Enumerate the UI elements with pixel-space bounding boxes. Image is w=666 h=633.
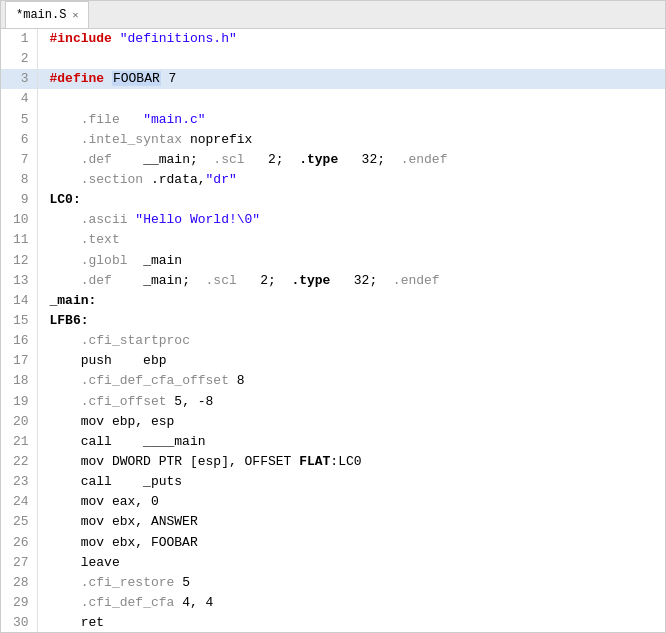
main-tab[interactable]: *main.S ✕ (5, 1, 89, 28)
line-content: _main: (37, 291, 665, 311)
line-number: 14 (1, 291, 37, 311)
table-row: 27 leave (1, 553, 665, 573)
table-row: 16 .cfi_startproc (1, 331, 665, 351)
line-content: ret (37, 613, 665, 632)
line-number: 21 (1, 432, 37, 452)
tab-label: *main.S (16, 8, 66, 22)
table-row: 5 .file "main.c" (1, 110, 665, 130)
line-number: 28 (1, 573, 37, 593)
line-number: 10 (1, 210, 37, 230)
line-content: mov eax, 0 (37, 492, 665, 512)
table-row: 8 .section .rdata,"dr" (1, 170, 665, 190)
line-content: .ascii "Hello World!\0" (37, 210, 665, 230)
line-number: 3 (1, 69, 37, 89)
table-row: 17 push ebp (1, 351, 665, 371)
line-content: mov ebx, ANSWER (37, 512, 665, 532)
line-number: 18 (1, 371, 37, 391)
table-row: 24 mov eax, 0 (1, 492, 665, 512)
line-content: call _puts (37, 472, 665, 492)
line-number: 30 (1, 613, 37, 632)
table-row: 21 call ____main (1, 432, 665, 452)
line-number: 17 (1, 351, 37, 371)
table-row: 20 mov ebp, esp (1, 412, 665, 432)
line-content: .globl _main (37, 251, 665, 271)
table-row: 11 .text (1, 230, 665, 250)
table-row: 23 call _puts (1, 472, 665, 492)
line-number: 22 (1, 452, 37, 472)
line-content: #include "definitions.h" (37, 29, 665, 49)
line-content: LFB6: (37, 311, 665, 331)
line-content: leave (37, 553, 665, 573)
line-content: .def _main; .scl 2; .type 32; .endef (37, 271, 665, 291)
tab-close-button[interactable]: ✕ (72, 9, 78, 21)
line-number: 1 (1, 29, 37, 49)
line-content: .cfi_restore 5 (37, 573, 665, 593)
line-content (37, 49, 665, 69)
line-content (37, 89, 665, 109)
table-row: 3#define FOOBAR 7 (1, 69, 665, 89)
table-row: 14_main: (1, 291, 665, 311)
tab-bar: *main.S ✕ (1, 1, 665, 29)
line-number: 23 (1, 472, 37, 492)
line-content: #define FOOBAR 7 (37, 69, 665, 89)
line-number: 26 (1, 533, 37, 553)
line-number: 27 (1, 553, 37, 573)
line-number: 12 (1, 251, 37, 271)
table-row: 19 .cfi_offset 5, -8 (1, 392, 665, 412)
line-number: 5 (1, 110, 37, 130)
line-number: 9 (1, 190, 37, 210)
line-number: 8 (1, 170, 37, 190)
table-row: 4 (1, 89, 665, 109)
table-row: 7 .def __main; .scl 2; .type 32; .endef (1, 150, 665, 170)
table-row: 1#include "definitions.h" (1, 29, 665, 49)
code-editor[interactable]: 1#include "definitions.h"23#define FOOBA… (1, 29, 665, 632)
table-row: 22 mov DWORD PTR [esp], OFFSET FLAT:LC0 (1, 452, 665, 472)
line-content: .cfi_startproc (37, 331, 665, 351)
line-number: 29 (1, 593, 37, 613)
line-content: .text (37, 230, 665, 250)
code-area: 1#include "definitions.h"23#define FOOBA… (1, 29, 665, 632)
line-number: 2 (1, 49, 37, 69)
line-number: 16 (1, 331, 37, 351)
line-number: 20 (1, 412, 37, 432)
line-number: 7 (1, 150, 37, 170)
table-row: 12 .globl _main (1, 251, 665, 271)
line-content: call ____main (37, 432, 665, 452)
table-row: 10 .ascii "Hello World!\0" (1, 210, 665, 230)
line-number: 19 (1, 392, 37, 412)
table-row: 9LC0: (1, 190, 665, 210)
line-content: mov ebp, esp (37, 412, 665, 432)
line-content: LC0: (37, 190, 665, 210)
line-number: 4 (1, 89, 37, 109)
table-row: 25 mov ebx, ANSWER (1, 512, 665, 532)
table-row: 15LFB6: (1, 311, 665, 331)
line-number: 6 (1, 130, 37, 150)
table-row: 28 .cfi_restore 5 (1, 573, 665, 593)
editor-window: *main.S ✕ 1#include "definitions.h"23#de… (0, 0, 666, 633)
line-content: .cfi_offset 5, -8 (37, 392, 665, 412)
table-row: 29 .cfi_def_cfa 4, 4 (1, 593, 665, 613)
line-content: .file "main.c" (37, 110, 665, 130)
line-number: 25 (1, 512, 37, 532)
line-content: .intel_syntax noprefix (37, 130, 665, 150)
line-content: .section .rdata,"dr" (37, 170, 665, 190)
line-number: 24 (1, 492, 37, 512)
table-row: 18 .cfi_def_cfa_offset 8 (1, 371, 665, 391)
line-number: 15 (1, 311, 37, 331)
line-content: push ebp (37, 351, 665, 371)
table-row: 2 (1, 49, 665, 69)
line-content: .def __main; .scl 2; .type 32; .endef (37, 150, 665, 170)
table-row: 13 .def _main; .scl 2; .type 32; .endef (1, 271, 665, 291)
line-number: 13 (1, 271, 37, 291)
line-content: mov DWORD PTR [esp], OFFSET FLAT:LC0 (37, 452, 665, 472)
line-content: .cfi_def_cfa_offset 8 (37, 371, 665, 391)
line-number: 11 (1, 230, 37, 250)
table-row: 30 ret (1, 613, 665, 632)
table-row: 26 mov ebx, FOOBAR (1, 533, 665, 553)
line-content: .cfi_def_cfa 4, 4 (37, 593, 665, 613)
line-content: mov ebx, FOOBAR (37, 533, 665, 553)
table-row: 6 .intel_syntax noprefix (1, 130, 665, 150)
